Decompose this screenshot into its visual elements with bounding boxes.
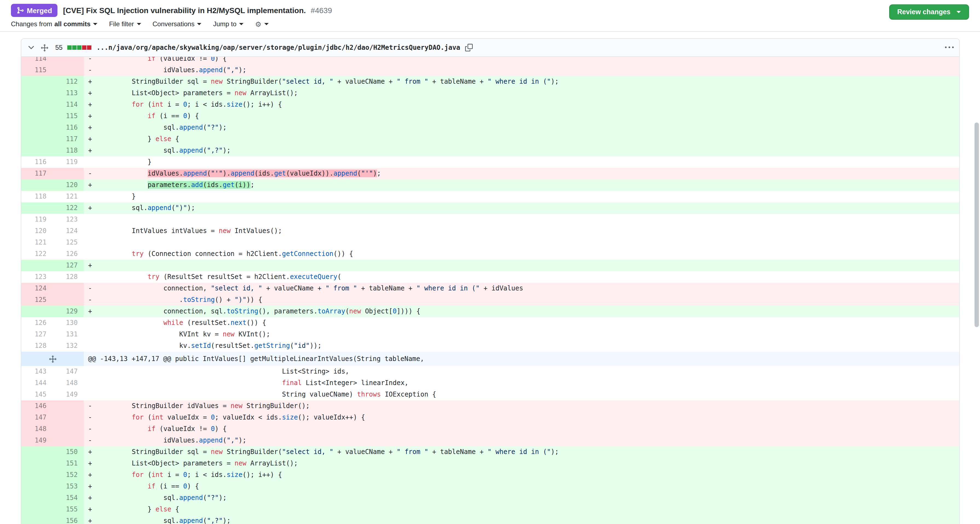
new-line-number[interactable]: 126 xyxy=(52,248,84,260)
old-line-number[interactable]: 120 xyxy=(21,225,52,237)
old-line-number[interactable]: 123 xyxy=(21,271,52,283)
old-line-number[interactable]: 125 xyxy=(21,294,52,306)
old-line-number[interactable] xyxy=(21,260,52,271)
review-changes-button[interactable]: Review changes xyxy=(889,5,969,20)
new-line-number[interactable]: 128 xyxy=(52,271,84,283)
new-line-number[interactable] xyxy=(52,294,84,306)
copy-path-button[interactable] xyxy=(465,44,473,51)
changes-from-menu[interactable]: Changes from all commits xyxy=(11,20,98,28)
hunk-header: @@ -143,13 +147,17 @@ public IntValues[]… xyxy=(84,352,959,366)
new-line-number[interactable] xyxy=(52,400,84,412)
page-scrollbar[interactable] xyxy=(974,0,980,524)
old-line-number[interactable] xyxy=(21,179,52,191)
old-line-number[interactable]: 149 xyxy=(21,435,52,446)
old-line-number[interactable] xyxy=(21,306,52,317)
old-line-number[interactable]: 147 xyxy=(21,412,52,423)
scrollbar-thumb[interactable] xyxy=(975,122,979,327)
new-line-number[interactable] xyxy=(52,412,84,423)
new-line-number[interactable]: 123 xyxy=(52,214,84,225)
diff-row: 153+ if (i == 0) { xyxy=(21,481,959,492)
old-line-number[interactable]: 122 xyxy=(21,248,52,260)
new-line-number[interactable] xyxy=(52,168,84,179)
old-line-number[interactable]: 121 xyxy=(21,237,52,248)
old-line-number[interactable]: 143 xyxy=(21,366,52,378)
new-line-number[interactable]: 156 xyxy=(52,515,84,524)
old-line-number[interactable]: 126 xyxy=(21,317,52,329)
code-line: List<String> ids, xyxy=(84,366,959,378)
old-line-number[interactable]: 124 xyxy=(21,283,52,294)
old-line-number[interactable] xyxy=(21,504,52,515)
new-line-number[interactable]: 121 xyxy=(52,191,84,202)
new-line-number[interactable]: 114 xyxy=(52,99,84,111)
new-line-number[interactable]: 112 xyxy=(52,76,84,87)
old-line-number[interactable] xyxy=(21,99,52,111)
jump-to-menu[interactable]: Jump to xyxy=(213,20,243,28)
new-line-number[interactable]: 147 xyxy=(52,366,84,378)
old-line-number[interactable]: 145 xyxy=(21,389,52,400)
new-line-number[interactable]: 116 xyxy=(52,122,84,133)
new-line-number[interactable]: 155 xyxy=(52,504,84,515)
new-line-number[interactable]: 129 xyxy=(52,306,84,317)
diff-settings-menu[interactable]: ⚙ xyxy=(255,21,268,28)
old-line-number[interactable]: 148 xyxy=(21,423,52,435)
old-line-number[interactable] xyxy=(21,122,52,133)
new-line-number[interactable]: 119 xyxy=(52,156,84,168)
old-line-number[interactable]: 144 xyxy=(21,378,52,389)
new-line-number[interactable]: 125 xyxy=(52,237,84,248)
new-line-number[interactable]: 132 xyxy=(52,340,84,352)
new-line-number[interactable]: 153 xyxy=(52,481,84,492)
drag-file-handle[interactable] xyxy=(40,43,49,52)
code-line: try (Connection connection = h2Client.ge… xyxy=(84,248,959,260)
new-line-number[interactable]: 149 xyxy=(52,389,84,400)
old-line-number[interactable]: 128 xyxy=(21,340,52,352)
new-line-number[interactable]: 127 xyxy=(52,260,84,271)
old-line-number[interactable] xyxy=(21,133,52,145)
new-line-number[interactable] xyxy=(52,435,84,446)
expand-hunk-handle[interactable] xyxy=(21,352,84,366)
new-line-number[interactable] xyxy=(52,283,84,294)
old-line-number[interactable] xyxy=(21,492,52,504)
old-line-number[interactable] xyxy=(21,76,52,87)
old-line-number[interactable] xyxy=(21,515,52,524)
old-line-number[interactable] xyxy=(21,111,52,122)
old-line-number[interactable] xyxy=(21,202,52,214)
file-path-link[interactable]: ...n/java/org/apache/skywalking/oap/serv… xyxy=(97,44,460,51)
old-line-number[interactable] xyxy=(21,481,52,492)
new-line-number[interactable] xyxy=(52,57,84,65)
old-line-number[interactable] xyxy=(21,145,52,156)
code-line: + List<Object> parameters = new ArrayLis… xyxy=(84,458,959,469)
new-line-number[interactable]: 148 xyxy=(52,378,84,389)
new-line-number[interactable]: 154 xyxy=(52,492,84,504)
old-line-number[interactable]: 146 xyxy=(21,400,52,412)
new-line-number[interactable]: 113 xyxy=(52,87,84,99)
old-line-number[interactable]: 114 xyxy=(21,57,52,65)
old-line-number[interactable]: 127 xyxy=(21,329,52,340)
new-line-number[interactable]: 124 xyxy=(52,225,84,237)
new-line-number[interactable]: 150 xyxy=(52,446,84,458)
old-line-number[interactable]: 119 xyxy=(21,214,52,225)
new-line-number[interactable]: 115 xyxy=(52,111,84,122)
new-line-number[interactable]: 130 xyxy=(52,317,84,329)
old-line-number[interactable] xyxy=(21,446,52,458)
file-filter-menu[interactable]: File filter xyxy=(109,20,141,28)
old-line-number[interactable] xyxy=(21,87,52,99)
file-options-kebab-button[interactable] xyxy=(945,43,954,52)
new-line-number[interactable]: 131 xyxy=(52,329,84,340)
old-line-number[interactable] xyxy=(21,469,52,481)
new-line-number[interactable] xyxy=(52,65,84,76)
new-line-number[interactable]: 117 xyxy=(52,133,84,145)
conversations-menu[interactable]: Conversations xyxy=(153,20,202,28)
new-line-number[interactable]: 120 xyxy=(52,179,84,191)
new-line-number[interactable]: 152 xyxy=(52,469,84,481)
collapse-file-button[interactable] xyxy=(27,43,35,52)
diff-sign: - xyxy=(88,400,100,412)
new-line-number[interactable]: 151 xyxy=(52,458,84,469)
old-line-number[interactable]: 115 xyxy=(21,65,52,76)
new-line-number[interactable] xyxy=(52,423,84,435)
old-line-number[interactable]: 116 xyxy=(21,156,52,168)
old-line-number[interactable]: 118 xyxy=(21,191,52,202)
new-line-number[interactable]: 118 xyxy=(52,145,84,156)
old-line-number[interactable] xyxy=(21,458,52,469)
new-line-number[interactable]: 122 xyxy=(52,202,84,214)
old-line-number[interactable]: 117 xyxy=(21,168,52,179)
